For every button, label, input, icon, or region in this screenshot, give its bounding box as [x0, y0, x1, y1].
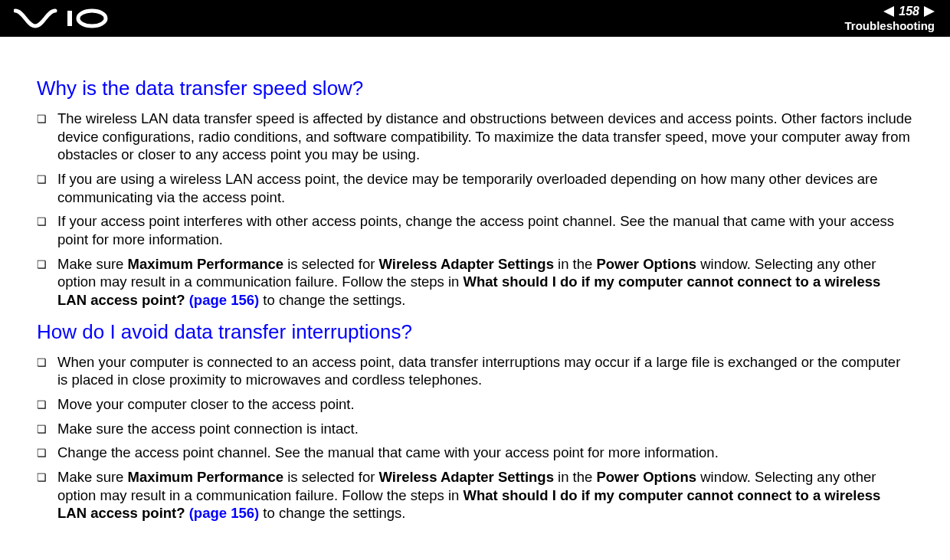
- page-reference-link[interactable]: (page 156): [189, 505, 260, 521]
- bullet-marker-icon: ❏: [37, 215, 47, 229]
- text-run: to change the settings.: [259, 505, 405, 521]
- bullet-text: Make sure the access point connection is…: [57, 420, 913, 438]
- text-run: in the: [554, 256, 597, 272]
- text-run: Wireless Adapter Settings: [379, 256, 554, 272]
- text-run: Maximum Performance: [128, 469, 284, 485]
- text-run: Make sure: [57, 256, 128, 272]
- bullet-marker-icon: ❏: [37, 398, 47, 412]
- question-heading: Why is the data transfer speed slow?: [37, 77, 913, 100]
- text-run: Power Options: [596, 256, 696, 272]
- text-run: Wireless Adapter Settings: [379, 469, 554, 485]
- bullet-list: ❏The wireless LAN data transfer speed is…: [37, 110, 913, 309]
- text-run: Change the access point channel. See the…: [57, 444, 719, 460]
- next-page-arrow-icon[interactable]: [924, 6, 935, 17]
- text-run: Make sure the access point connection is…: [57, 421, 359, 437]
- page-nav: 158: [845, 5, 935, 18]
- text-run: to change the settings.: [259, 292, 405, 308]
- bullet-text: Make sure Maximum Performance is selecte…: [57, 468, 913, 522]
- vaio-logo-svg: [14, 8, 121, 29]
- text-run: is selected for: [283, 469, 378, 485]
- bullet-text: If your access point interferes with oth…: [57, 212, 913, 248]
- list-item: ❏The wireless LAN data transfer speed is…: [37, 110, 913, 164]
- bullet-list: ❏When your computer is connected to an a…: [37, 353, 913, 522]
- text-run: is selected for: [283, 256, 378, 272]
- bullet-marker-icon: ❏: [37, 447, 47, 460]
- bullet-marker-icon: ❏: [37, 113, 47, 126]
- text-run: in the: [554, 469, 597, 485]
- header-right: 158 Troubleshooting: [845, 5, 935, 32]
- question-heading: How do I avoid data transfer interruptio…: [37, 320, 913, 344]
- list-item: ❏If you are using a wireless LAN access …: [37, 170, 913, 206]
- svg-point-1: [78, 11, 106, 26]
- text-run: If you are using a wireless LAN access p…: [57, 171, 878, 205]
- text-run: The wireless LAN data transfer speed is …: [57, 110, 912, 162]
- list-item: ❏Move your computer closer to the access…: [37, 395, 913, 414]
- section-label: Troubleshooting: [845, 20, 935, 33]
- bullet-marker-icon: ❏: [37, 471, 47, 485]
- list-item: ❏Make sure Maximum Performance is select…: [37, 255, 913, 309]
- bullet-marker-icon: ❏: [37, 423, 47, 437]
- page-number: 158: [899, 5, 919, 18]
- vaio-logo: [14, 8, 121, 29]
- page-content: Why is the data transfer speed slow?❏The…: [0, 37, 950, 522]
- text-run: Make sure: [57, 469, 128, 485]
- list-item: ❏Make sure the access point connection i…: [37, 420, 913, 438]
- header-bar: 158 Troubleshooting: [0, 0, 950, 37]
- page-reference-link[interactable]: (page 156): [189, 292, 260, 308]
- text-run: Maximum Performance: [128, 256, 284, 272]
- text-run: Power Options: [596, 469, 696, 485]
- list-item: ❏If your access point interferes with ot…: [37, 212, 913, 248]
- list-item: ❏When your computer is connected to an a…: [37, 353, 913, 389]
- bullet-marker-icon: ❏: [37, 356, 47, 370]
- bullet-text: The wireless LAN data transfer speed is …: [57, 110, 913, 164]
- text-run: If your access point interferes with oth…: [57, 213, 894, 247]
- list-item: ❏Make sure Maximum Performance is select…: [37, 468, 913, 522]
- bullet-text: When your computer is connected to an ac…: [57, 353, 913, 389]
- list-item: ❏Change the access point channel. See th…: [37, 444, 913, 462]
- bullet-text: If you are using a wireless LAN access p…: [57, 170, 913, 206]
- text-run: When your computer is connected to an ac…: [57, 354, 900, 388]
- prev-page-arrow-icon[interactable]: [883, 6, 894, 17]
- text-run: Move your computer closer to the access …: [57, 396, 355, 412]
- bullet-text: Make sure Maximum Performance is selecte…: [57, 255, 913, 309]
- bullet-text: Move your computer closer to the access …: [57, 395, 913, 414]
- bullet-marker-icon: ❏: [37, 258, 47, 272]
- svg-rect-0: [67, 11, 72, 26]
- bullet-text: Change the access point channel. See the…: [57, 444, 913, 462]
- bullet-marker-icon: ❏: [37, 173, 47, 187]
